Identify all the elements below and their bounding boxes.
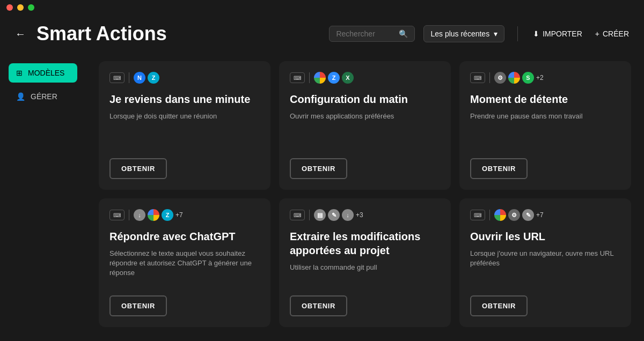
badge-color: Z <box>162 209 173 221</box>
keyboard-icon: ⌨ <box>290 72 305 83</box>
badge-chrome <box>148 209 159 221</box>
card-description: Lorsque je dois quitter une réunion <box>109 112 260 147</box>
card-divider <box>309 72 310 83</box>
card-3: ⌨⚙S+2Moment de détentePrendre une pause … <box>459 61 631 190</box>
badge-gear: ⚙ <box>508 209 520 221</box>
card-header: ⌨⚙S+2 <box>470 72 620 84</box>
grid-icon: ⊞ <box>16 69 23 77</box>
obtain-button[interactable]: OBTENIR <box>290 295 347 316</box>
person-icon: 👤 <box>16 92 25 101</box>
keyboard-icon: ⌨ <box>470 210 485 220</box>
search-icon: 🔍 <box>399 29 408 38</box>
card-description: Ouvrir mes applications préférées <box>290 112 440 147</box>
badge-plus-count: +2 <box>536 74 544 81</box>
minimize-button[interactable] <box>17 4 24 11</box>
badge-color: Z <box>328 72 340 84</box>
card-title: Configuration du matin <box>290 92 440 106</box>
card-divider <box>129 210 129 220</box>
obtain-button[interactable]: OBTENIR <box>470 295 528 316</box>
card-2: ⌨ZXConfiguration du matinOuvrir mes appl… <box>279 61 451 190</box>
card-divider <box>129 72 129 83</box>
card-header: ⌨↓Z+7 <box>109 209 260 221</box>
layout: ⊞ MODÈLES 👤 GÉRER ⌨NZJe reviens dans une… <box>0 53 644 341</box>
search-box: 🔍 <box>329 26 415 42</box>
card-description: Lorsque j'ouvre un navigateur, ouvre mes… <box>470 249 620 285</box>
card-header: ⌨▤✎↓+3 <box>290 209 440 221</box>
download-icon: ⬇ <box>533 29 539 38</box>
badge-plus-count: +7 <box>536 211 544 219</box>
badge-edit: ✎ <box>522 209 534 221</box>
card-header: ⌨⚙✎+7 <box>470 209 620 221</box>
card-1: ⌨NZJe reviens dans une minuteLorsque je … <box>99 61 270 190</box>
header-divider <box>517 26 518 41</box>
card-badges: NZ <box>134 72 159 84</box>
plus-icon: + <box>595 29 599 38</box>
badge-terminal: ▤ <box>314 209 326 221</box>
badge-color: N <box>134 72 145 84</box>
card-badges: ⚙S+2 <box>494 72 544 84</box>
card-header: ⌨NZ <box>109 72 260 84</box>
card-divider <box>309 210 310 220</box>
obtain-button[interactable]: OBTENIR <box>470 158 528 179</box>
badge-plus-count: +3 <box>356 211 363 219</box>
card-badges: ZX <box>314 72 354 84</box>
keyboard-icon: ⌨ <box>109 210 125 220</box>
card-badges: ▤✎↓+3 <box>314 209 363 221</box>
badge-chrome <box>508 72 520 84</box>
page-title: Smart Actions <box>36 23 320 45</box>
card-title: Je reviens dans une minute <box>109 92 260 106</box>
obtain-button[interactable]: OBTENIR <box>109 158 167 179</box>
sidebar: ⊞ MODÈLES 👤 GÉRER <box>0 53 86 341</box>
badge-chrome <box>494 209 506 221</box>
card-title: Répondre avec ChatGPT <box>109 229 260 243</box>
titlebar <box>0 0 644 15</box>
create-button[interactable]: + CRÉER <box>593 29 631 38</box>
sort-dropdown[interactable]: Les plus récentes ▾ <box>423 25 504 42</box>
card-description: Prendre une pause dans mon travail <box>470 112 620 147</box>
badge-color: X <box>342 72 354 84</box>
chevron-down-icon: ▾ <box>494 29 497 38</box>
card-badges: ⚙✎+7 <box>494 209 544 221</box>
badge-color: S <box>522 72 534 84</box>
cards-grid: ⌨NZJe reviens dans une minuteLorsque je … <box>99 61 631 327</box>
badge-download: ↓ <box>342 209 354 221</box>
badge-chrome <box>314 72 326 84</box>
badge-color: Z <box>148 72 159 84</box>
main-content: ⌨NZJe reviens dans une minuteLorsque je … <box>86 53 644 341</box>
badge-gear: ⚙ <box>494 72 506 84</box>
sidebar-item-label: GÉRER <box>31 92 57 101</box>
card-4: ⌨↓Z+7Répondre avec ChatGPTSélectionnez l… <box>99 198 270 327</box>
obtain-button[interactable]: OBTENIR <box>109 295 167 316</box>
sort-label: Les plus récentes <box>430 29 489 38</box>
keyboard-icon: ⌨ <box>109 72 125 83</box>
keyboard-icon: ⌨ <box>290 210 305 220</box>
card-badges: ↓Z+7 <box>134 209 183 221</box>
card-6: ⌨⚙✎+7Ouvrir les URLLorsque j'ouvre un na… <box>459 198 631 327</box>
sidebar-item-label: MODÈLES <box>28 69 64 77</box>
keyboard-icon: ⌨ <box>470 72 485 83</box>
card-title: Moment de détente <box>470 92 620 106</box>
card-5: ⌨▤✎↓+3Extraire les modifications apporté… <box>279 198 451 327</box>
card-title: Extraire les modifications apportées au … <box>290 229 440 257</box>
card-description: Utiliser la commande git pull <box>290 263 440 285</box>
badge-plus-count: +7 <box>175 211 183 219</box>
obtain-button[interactable]: OBTENIR <box>290 158 347 179</box>
search-input[interactable] <box>336 29 394 38</box>
badge-edit: ✎ <box>328 209 340 221</box>
close-button[interactable] <box>6 4 13 11</box>
create-label: CRÉER <box>603 29 629 38</box>
back-button[interactable]: ← <box>13 26 28 42</box>
import-label: IMPORTER <box>543 29 582 38</box>
card-description: Sélectionnez le texte auquel vous souhai… <box>109 249 260 285</box>
header: ← Smart Actions 🔍 Les plus récentes ▾ ⬇ … <box>0 15 644 53</box>
card-divider <box>489 72 490 83</box>
card-header: ⌨ZX <box>290 72 440 84</box>
badge-download: ↓ <box>134 209 145 221</box>
sidebar-item-gerer[interactable]: 👤 GÉRER <box>9 87 77 106</box>
maximize-button[interactable] <box>28 4 34 11</box>
import-button[interactable]: ⬇ IMPORTER <box>531 29 584 38</box>
sidebar-item-modeles[interactable]: ⊞ MODÈLES <box>9 63 77 83</box>
card-title: Ouvrir les URL <box>470 229 620 243</box>
card-divider <box>489 210 490 220</box>
